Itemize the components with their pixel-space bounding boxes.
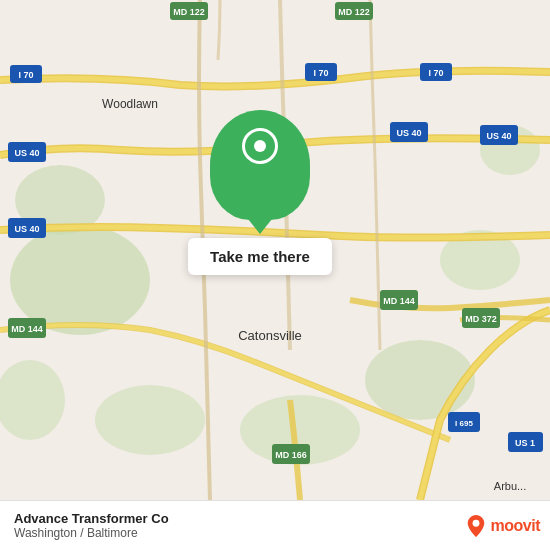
svg-point-42 xyxy=(472,519,479,526)
svg-text:I 70: I 70 xyxy=(18,70,33,80)
moovit-logo: moovit xyxy=(465,515,540,537)
svg-text:US 1: US 1 xyxy=(515,438,535,448)
map-container: I 70 I 70 I 70 US 40 US 40 US 40 MD 122 … xyxy=(0,0,550,500)
balloon-shape xyxy=(210,110,310,220)
svg-text:MD 372: MD 372 xyxy=(465,314,497,324)
svg-text:MD 122: MD 122 xyxy=(173,7,205,17)
svg-text:MD 144: MD 144 xyxy=(11,324,43,334)
svg-text:Woodlawn: Woodlawn xyxy=(102,97,158,111)
svg-text:MD 144: MD 144 xyxy=(383,296,415,306)
svg-text:US 40: US 40 xyxy=(486,131,511,141)
svg-text:Arbu...: Arbu... xyxy=(494,480,526,492)
pin-icon xyxy=(242,128,278,164)
moovit-pin-icon xyxy=(465,515,487,537)
svg-text:US 40: US 40 xyxy=(14,148,39,158)
svg-text:I 70: I 70 xyxy=(313,68,328,78)
take-me-there-button[interactable]: Take me there xyxy=(188,238,332,275)
svg-text:Catonsville: Catonsville xyxy=(238,328,302,343)
svg-text:MD 166: MD 166 xyxy=(275,450,307,460)
business-info: Advance Transformer Co Washington / Balt… xyxy=(14,511,169,540)
bottom-bar: Advance Transformer Co Washington / Balt… xyxy=(0,500,550,550)
svg-text:US 40: US 40 xyxy=(14,224,39,234)
location-balloon: Take me there xyxy=(155,110,365,275)
svg-text:MD 122: MD 122 xyxy=(338,7,370,17)
business-name: Advance Transformer Co xyxy=(14,511,169,526)
svg-point-3 xyxy=(365,340,475,420)
moovit-text: moovit xyxy=(491,517,540,535)
svg-text:I 695: I 695 xyxy=(455,419,473,428)
svg-text:US 40: US 40 xyxy=(396,128,421,138)
svg-text:I 70: I 70 xyxy=(428,68,443,78)
svg-point-5 xyxy=(95,385,205,455)
business-location: Washington / Baltimore xyxy=(14,526,169,540)
